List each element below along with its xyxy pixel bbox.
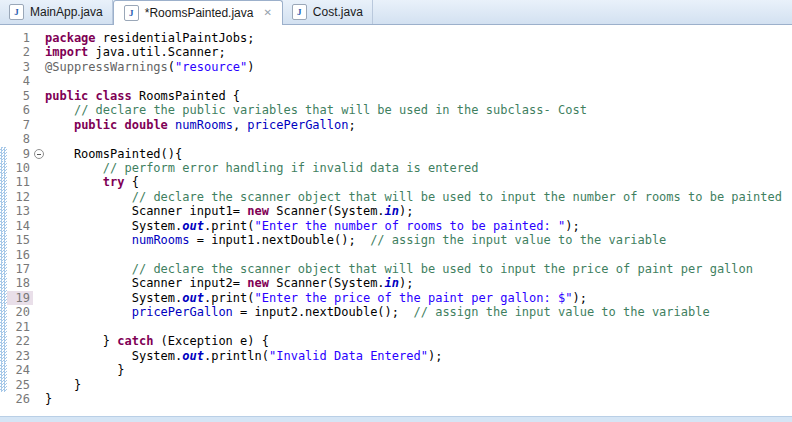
code-line[interactable]: // perform error handling if invalid dat… — [45, 161, 792, 175]
code-token-cm: // declare the public variables that wil… — [74, 103, 587, 117]
code-line[interactable]: // declare the public variables that wil… — [45, 103, 792, 117]
fold-bar — [33, 31, 45, 45]
horizontal-scrollbar[interactable] — [0, 416, 792, 422]
code-line[interactable]: public class RoomsPainted { — [45, 89, 792, 103]
quick-diff-bar — [0, 31, 7, 45]
code-line[interactable]: Scanner input2= new Scanner(System.in); — [45, 276, 792, 290]
code-token-pl: System. — [45, 349, 182, 363]
code-token-fl: numRooms — [175, 118, 233, 132]
tab-label: MainApp.java — [30, 5, 103, 19]
code-area[interactable]: 1package residentialPaintJobs;2import ja… — [0, 25, 792, 417]
java-file-icon: J — [9, 4, 24, 20]
tab-roomspainted[interactable]: J*RoomsPainted.java✕ — [113, 0, 283, 25]
code-token-pl: ); — [565, 219, 579, 233]
line-number: 12 — [7, 190, 33, 204]
quick-diff-bar — [0, 320, 7, 334]
code-row: 24 } — [0, 363, 792, 377]
code-token-kw: catch — [117, 334, 153, 348]
code-token-kw: package — [45, 31, 96, 45]
code-line[interactable]: Scanner input1= new Scanner(System.in); — [45, 204, 792, 218]
code-token-sf: out — [182, 219, 204, 233]
line-number: 1 — [7, 31, 33, 45]
code-row: 9 RoomsPainted(){ — [0, 147, 792, 161]
code-line[interactable]: RoomsPainted(){ — [45, 147, 792, 161]
code-line[interactable]: @SuppressWarnings("resource") — [45, 60, 792, 74]
code-token-pl — [45, 103, 74, 117]
line-number: 14 — [7, 219, 33, 233]
code-row: 15 numRooms = input1.nextDouble(); // as… — [0, 233, 792, 247]
quick-diff-bar — [0, 378, 7, 392]
code-token-pl: (Exception e) { — [153, 334, 269, 348]
fold-bar — [33, 74, 45, 88]
fold-bar — [33, 291, 45, 305]
code-row: 8 — [0, 132, 792, 146]
fold-bar — [33, 305, 45, 319]
code-token-fl: pricePerGallon — [247, 118, 348, 132]
code-token-pl: } — [45, 392, 52, 406]
code-row: 1package residentialPaintJobs; — [0, 31, 792, 45]
code-token-pl — [168, 118, 175, 132]
code-token-pl: java.util.Scanner; — [88, 45, 225, 59]
code-line[interactable]: pricePerGallon = input2.nextDouble(); //… — [45, 305, 792, 319]
collapse-icon[interactable] — [34, 149, 44, 159]
code-line[interactable] — [45, 248, 792, 262]
quick-diff-bar — [0, 147, 7, 161]
code-token-pl — [45, 161, 103, 175]
code-token-pl: ) — [247, 60, 254, 74]
java-file-icon: J — [292, 4, 307, 20]
code-line[interactable]: try { — [45, 175, 792, 189]
code-line[interactable]: } catch (Exception e) { — [45, 334, 792, 348]
code-token-sf: in — [385, 276, 399, 290]
code-token-pl — [45, 262, 132, 276]
close-icon[interactable]: ✕ — [263, 8, 271, 18]
fold-bar — [33, 219, 45, 233]
line-number: 19 — [7, 291, 33, 305]
code-token-kw: public — [74, 118, 117, 132]
code-token-pl — [45, 305, 132, 319]
fold-bar — [33, 349, 45, 363]
code-row: 4 — [0, 74, 792, 88]
code-line[interactable]: } — [45, 378, 792, 392]
code-line[interactable]: System.out.print("Enter the price of the… — [45, 291, 792, 305]
code-token-cm: // assign the input value to the variabl… — [370, 233, 666, 247]
code-token-sf: out — [182, 291, 204, 305]
line-number: 24 — [7, 363, 33, 377]
fold-bar — [33, 60, 45, 74]
fold-bar — [33, 190, 45, 204]
code-line[interactable]: } — [45, 363, 792, 377]
code-line[interactable]: // declare the scanner object that will … — [45, 262, 792, 276]
line-number: 20 — [7, 305, 33, 319]
code-token-pl: System. — [45, 219, 182, 233]
fold-bar — [33, 89, 45, 103]
tab-cost[interactable]: JCost.java — [283, 0, 373, 24]
fold-bar — [33, 363, 45, 377]
code-line[interactable]: public double numRooms, pricePerGallon; — [45, 118, 792, 132]
code-token-pl: } — [45, 378, 81, 392]
code-token-pl: .println( — [204, 349, 269, 363]
line-number: 4 — [7, 74, 33, 88]
code-line[interactable]: System.out.print("Enter the number of ro… — [45, 219, 792, 233]
quick-diff-bar — [0, 363, 7, 377]
code-line[interactable]: numRooms = input1.nextDouble(); // assig… — [45, 233, 792, 247]
code-token-cm: // declare the scanner object that will … — [132, 190, 782, 204]
line-number: 3 — [7, 60, 33, 74]
code-token-kw: new — [247, 276, 269, 290]
code-token-pl: Scanner(System. — [269, 276, 385, 290]
code-line[interactable]: import java.util.Scanner; — [45, 45, 792, 59]
code-line[interactable] — [45, 74, 792, 88]
code-token-pl — [45, 190, 132, 204]
quick-diff-bar — [0, 262, 7, 276]
fold-bar — [33, 118, 45, 132]
quick-diff-bar — [0, 45, 7, 59]
editor-tab-bar: JMainApp.javaJ*RoomsPainted.java✕JCost.j… — [0, 0, 792, 25]
code-line[interactable]: // declare the scanner object that will … — [45, 190, 792, 204]
code-token-pl: ); — [399, 204, 413, 218]
code-line[interactable]: System.out.println("Invalid Data Entered… — [45, 349, 792, 363]
code-token-pl: ( — [168, 60, 175, 74]
code-line[interactable] — [45, 132, 792, 146]
code-line[interactable]: package residentialPaintJobs; — [45, 31, 792, 45]
code-line[interactable]: } — [45, 392, 792, 406]
line-number: 9 — [7, 147, 33, 161]
code-line[interactable] — [45, 320, 792, 334]
tab-mainapp[interactable]: JMainApp.java — [0, 0, 113, 24]
